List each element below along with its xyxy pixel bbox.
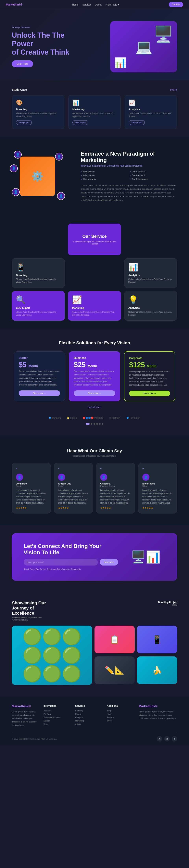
hero-cta-button[interactable]: Click Here [12, 60, 33, 67]
pricing-card-business: Business $25 Month Sed ut perspiciatis u… [69, 351, 120, 401]
service-desc-analytics-2: Collaborative Consultation to Drive Your… [128, 311, 173, 316]
footer-link-help[interactable]: Help [43, 723, 69, 725]
footer-link-blog[interactable]: Blog [107, 710, 133, 712]
avatar-4: 👤 [55, 153, 63, 160]
hero-section: Strategic Solutions Unlock The The Power… [0, 9, 189, 80]
testimonial-card-1: " 👤 Angela Duo Drago1 Lorem ipsum dolor … [54, 463, 93, 514]
footer-link-analytics[interactable]: Analytics [75, 716, 101, 718]
dot-6 [102, 423, 103, 425]
check-how-we-are: How we are [81, 170, 128, 173]
portfolio-grid: 🟢🟢🟢🟢🟢🟢🟢🟢🟢 📋 📱 ✏️📐 🍌 [12, 626, 177, 685]
portfolio-item-3: 📱 [137, 626, 177, 653]
social-facebook[interactable]: f [172, 736, 177, 742]
footer: Markethink® Lorem ipsum dolor sit amet, … [0, 696, 189, 746]
service-card-seo: 🔍 SEO Expert Elevate Your Brand with Uni… [12, 291, 65, 321]
branding-project-desc: Dilesi [57, 604, 177, 606]
service-title-seo: SEO Expert [16, 306, 61, 309]
service-icon-branding: 📱 [16, 262, 61, 272]
pricing-price-corporate: $125 Month [129, 361, 170, 369]
pricing-btn-starter[interactable]: Start a trial → [19, 391, 60, 396]
portfolio-item-4: ✏️📐 [95, 656, 135, 684]
cta-email-input[interactable] [24, 559, 98, 565]
quote-icon-3: " [142, 467, 173, 472]
nav-links: Home Services About Front Page ▾ [72, 3, 119, 6]
pricing-tier-corporate: Corporate [129, 356, 170, 360]
portfolio-item-5: 🍌 [137, 656, 177, 684]
footer-link-portfolio[interactable]: Portfolio [43, 713, 69, 715]
footer-link-support[interactable]: Support [43, 720, 69, 722]
service-card-empty-1 [12, 224, 65, 255]
pricing-btn-business[interactable]: Start a trial → [74, 391, 115, 396]
testimonial-name-3: Eileen Rice [142, 482, 173, 485]
nav-home[interactable]: Home [72, 3, 78, 6]
footer-link-admin[interactable]: Admin [75, 723, 101, 725]
footer-link-finance[interactable]: Finance [107, 716, 133, 718]
dot-3 [93, 423, 95, 425]
cta-content: Let's Connect And Bring Your Vision To L… [24, 543, 118, 571]
cta-submit-button[interactable]: Subscribe [100, 559, 118, 565]
testimonial-card-2: " 👤 Christina Business Trainer Lorem ips… [96, 463, 135, 514]
service-card-branding: 📱 Branding Elevate Your Brand with Uniqu… [12, 258, 65, 288]
footer-link-branding[interactable]: Branding [75, 710, 101, 712]
quote-icon-2: " [100, 467, 131, 472]
footer-link-marketing[interactable]: Marketing [75, 720, 101, 722]
dot-2 [91, 423, 92, 425]
brand-logo: Markethink® [6, 3, 23, 6]
social-twitter[interactable]: 𝕏 [157, 736, 162, 742]
pricing-title: Flexible Solutions for Every Vision [12, 340, 177, 345]
service-icon-analytics-2: 💡 [128, 295, 173, 305]
testimonial-role-3: Dilesi [142, 485, 173, 487]
nav-cta-button[interactable]: Contact [169, 2, 183, 7]
study-card-analytics: 📈 Analytics Data-Driven Consultation to … [125, 95, 177, 129]
service-icon-analytics-1: 📊 [128, 262, 173, 272]
study-card-marketing: 📊 Marketing Harness the Power of Analyti… [68, 95, 121, 129]
footer-link-design[interactable]: Design [75, 713, 101, 715]
service-card-empty-3 [68, 258, 121, 288]
paradigm-text: Embrace a New Paradigm of Marketing Inno… [81, 151, 177, 202]
avatar-2: 👤 [100, 474, 107, 481]
footer-col-information: Information About Us Portfolio Terms & C… [43, 705, 69, 727]
social-linkedin[interactable]: in [164, 736, 170, 742]
service-desc-marketing: Harness the Power of Analytics to Optimi… [72, 311, 117, 316]
service-icon-marketing: 📈 [72, 295, 117, 305]
partner-5: 🔷 Pay Smart [126, 417, 140, 419]
check-what-we-do: What we do [81, 174, 128, 177]
footer-link-about[interactable]: About Us [43, 710, 69, 712]
pricing-card-starter: Starter $5 Month Sed ut perspiciatis und… [14, 351, 65, 401]
paradigm-title: Embrace a New Paradigm of Marketing [81, 151, 177, 163]
testimonial-stars-0: ★★★★★ [16, 506, 47, 509]
nav-about[interactable]: About [95, 3, 101, 6]
nav-front-page[interactable]: Front Page ▾ [106, 3, 119, 6]
see-all-plans-link[interactable]: See all plans [88, 406, 101, 409]
study-card-btn-branding[interactable]: View project [16, 120, 32, 125]
footer-link-invest[interactable]: Invest [107, 720, 133, 722]
quote-icon-0: " [16, 467, 47, 472]
partner-logos: 🔷 Partner1 ⭐ Clutch 🔴🔵🔵🔴 Partner3 ★ Part… [12, 417, 177, 419]
study-card-icon-analytics: 📈 [129, 99, 173, 106]
partner-4: ★ Partner4 [109, 417, 120, 419]
branding-project-title: Branding Project [158, 601, 177, 604]
footer-description: Lorem ipsum dolor sit amet, consectetur … [12, 710, 38, 727]
testimonial-stars-3: ★★★★★ [142, 506, 173, 509]
footer-link-terms[interactable]: Terms & Conditions [43, 716, 69, 718]
hero-illustration: 💻 [110, 21, 177, 72]
study-card-icon-marketing: 📊 [72, 99, 117, 106]
service-center-heading: Our Service Innovative Strategies for Un… [68, 224, 121, 255]
study-card-title-analytics: Analytics [129, 108, 173, 111]
study-card-btn-analytics[interactable]: View project [129, 120, 145, 125]
service-icon-seo: 🔍 [16, 295, 61, 305]
journey-header: Showcasing Our Journey of Excellence We … [12, 600, 177, 621]
dot-1 [86, 423, 89, 425]
service-desc-branding: Elevate Your Brand with Unique and Impac… [16, 278, 61, 284]
see-all-link[interactable]: See All [170, 88, 177, 91]
pricing-btn-corporate[interactable]: Start a trial → [129, 391, 170, 396]
service-title-marketing: Marketing [72, 306, 117, 309]
footer-link-docs[interactable]: Docs [107, 713, 133, 715]
testimonial-stars-1: ★★★★★ [58, 506, 89, 509]
paradigm-images: ⚙️ 👤 👤 👤 👤 👤 [12, 149, 71, 204]
footer-col-services: Services Branding Design Analytics Marke… [75, 705, 101, 727]
study-card-btn-marketing[interactable]: View project [72, 120, 88, 125]
nav-services[interactable]: Services [82, 3, 91, 6]
study-card-desc-marketing: Harness the Power of Analytics to Optimi… [72, 112, 117, 118]
footer-socials: 𝕏 in f [157, 736, 177, 742]
